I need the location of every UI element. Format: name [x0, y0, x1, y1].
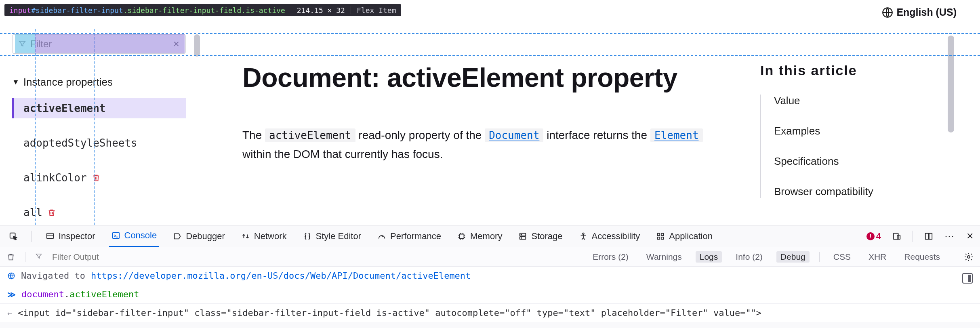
tab-performance[interactable]: Performance	[375, 225, 444, 247]
filter-css[interactable]: CSS	[829, 251, 855, 263]
svg-point-18	[967, 256, 970, 258]
svg-rect-17	[929, 233, 932, 239]
filter-info[interactable]: Info (2)	[732, 251, 767, 263]
console-output-row: ← <input id="sidebar-filter-input" class…	[0, 304, 980, 322]
tab-memory[interactable]: Memory	[455, 225, 505, 247]
globe-icon	[882, 7, 893, 18]
console-output-value[interactable]: <input id="sidebar-filter-input" class="…	[18, 308, 761, 318]
tab-debugger[interactable]: Debugger	[170, 225, 227, 247]
prompt-icon: ≫	[7, 290, 16, 299]
toggle-sidebar-button[interactable]	[962, 273, 973, 284]
tooltip-dimensions: 214.15 × 32	[297, 6, 345, 15]
collapse-icon: ▼	[12, 78, 19, 86]
svg-rect-13	[661, 237, 664, 239]
inspector-highlight-overlay	[15, 34, 185, 53]
svg-rect-3	[112, 233, 119, 239]
sidebar-list: activeElement adoptedStyleSheets alinkCo…	[12, 98, 186, 223]
error-count-badge[interactable]: ! 4	[866, 231, 881, 242]
deprecated-icon	[47, 208, 56, 217]
tab-accessibility[interactable]: Accessibility	[576, 225, 643, 247]
dock-mode-button[interactable]	[924, 232, 933, 241]
nav-prefix: Navigated to	[21, 271, 85, 281]
sidebar-item-label: all	[23, 206, 42, 219]
tab-inspector[interactable]: Inspector	[43, 225, 98, 247]
console-filter-input[interactable]	[52, 252, 173, 262]
tab-console[interactable]: Console	[109, 225, 160, 247]
link-document[interactable]: Document	[485, 128, 543, 142]
tab-storage[interactable]: Storage	[516, 225, 565, 247]
filter-errors[interactable]: Errors (2)	[589, 251, 633, 263]
sidebar-item-label: activeElement	[23, 102, 106, 114]
sidebar: ✕ ▼ Instance properties activeElement ad…	[12, 34, 186, 223]
filter-icon	[35, 252, 42, 262]
sidebar-item-alinkcolor[interactable]: alinkColor	[12, 168, 186, 188]
svg-point-9	[583, 233, 584, 234]
sidebar-item-label: alinkColor	[23, 172, 87, 184]
svg-rect-10	[658, 233, 660, 235]
nav-url[interactable]: https://developer.mozilla.org/en-US/docs…	[91, 271, 471, 281]
svg-point-7	[521, 234, 522, 235]
article-intro: The activeElement read-only property of …	[242, 126, 727, 164]
console-output: Navigated to https://developer.mozilla.o…	[0, 267, 980, 322]
link-element[interactable]: Element	[650, 128, 703, 142]
svg-rect-14	[894, 233, 898, 239]
sidebar-item-adoptedstylesheets[interactable]: adoptedStyleSheets	[12, 133, 186, 153]
tooltip-id: #sidebar-filter-input	[31, 6, 123, 15]
responsive-mode-button[interactable]	[892, 232, 901, 241]
console-nav-row: Navigated to https://developer.mozilla.o…	[0, 267, 980, 285]
language-picker[interactable]: English (US)	[882, 6, 957, 18]
more-menu-button[interactable]: ⋯	[944, 231, 955, 242]
svg-rect-12	[658, 237, 660, 239]
page-title: Document: activeElement property	[242, 63, 727, 93]
article: Document: activeElement property The act…	[242, 63, 727, 164]
tab-style-editor[interactable]: Style Editor	[301, 225, 364, 247]
tooltip-tag: input	[9, 6, 31, 15]
deprecated-icon	[92, 173, 101, 182]
tooltip-layout: Flex Item	[357, 6, 396, 15]
tab-network[interactable]: Network	[239, 225, 289, 247]
svg-rect-15	[897, 235, 900, 239]
tab-application[interactable]: Application	[654, 225, 715, 247]
sidebar-item-activeelement[interactable]: activeElement	[12, 98, 186, 118]
console-filter-bar: Errors (2) Warnings Logs Info (2) Debug …	[0, 247, 980, 267]
sidebar-section-heading[interactable]: ▼ Instance properties	[12, 76, 186, 88]
filter-requests[interactable]: Requests	[900, 251, 944, 263]
close-devtools-button[interactable]: ✕	[966, 231, 974, 242]
toc-title: In this article	[760, 63, 934, 78]
language-label: English (US)	[896, 6, 957, 18]
sidebar-item-label: adoptedStyleSheets	[23, 137, 137, 149]
devtools: Inspector Console Debugger Network Style…	[0, 225, 980, 328]
sidebar-scrollbar[interactable]	[194, 34, 200, 57]
highlight-guide	[0, 33, 980, 34]
console-input-row[interactable]: ≫ document.activeElement	[0, 285, 980, 304]
toc-item-browser-compat[interactable]: Browser compatibility	[774, 185, 934, 198]
globe-icon	[7, 272, 15, 280]
code-activeelement: activeElement	[265, 128, 355, 142]
filter-xhr[interactable]: XHR	[864, 251, 890, 263]
filter-logs[interactable]: Logs	[696, 251, 722, 263]
pick-element-button[interactable]	[6, 225, 20, 247]
devtools-tabbar: Inspector Console Debugger Network Style…	[0, 225, 980, 247]
console-settings-button[interactable]	[964, 252, 974, 262]
svg-rect-2	[47, 233, 54, 238]
return-icon: ←	[7, 308, 12, 318]
svg-rect-11	[661, 233, 664, 235]
inspector-element-tooltip: input#sidebar-filter-input.sidebar-filte…	[4, 4, 401, 16]
page-scrollbar[interactable]	[948, 36, 954, 132]
clear-console-button[interactable]	[6, 252, 15, 261]
toc-item-specifications[interactable]: Specifications	[774, 155, 934, 168]
filter-warnings[interactable]: Warnings	[642, 251, 686, 263]
table-of-contents: In this article Value Examples Specifica…	[760, 63, 934, 198]
section-heading-label: Instance properties	[23, 76, 113, 88]
svg-point-8	[521, 238, 522, 238]
toc-item-value[interactable]: Value	[774, 95, 934, 107]
svg-rect-4	[460, 234, 464, 238]
page-content: English (US) input#sidebar-filter-input.…	[0, 0, 980, 225]
svg-rect-16	[925, 233, 928, 239]
tooltip-classes: .sidebar-filter-input-field.is-active	[123, 6, 285, 15]
toc-item-examples[interactable]: Examples	[774, 125, 934, 137]
sidebar-item-all[interactable]: all	[12, 202, 186, 223]
filter-debug[interactable]: Debug	[776, 251, 810, 263]
